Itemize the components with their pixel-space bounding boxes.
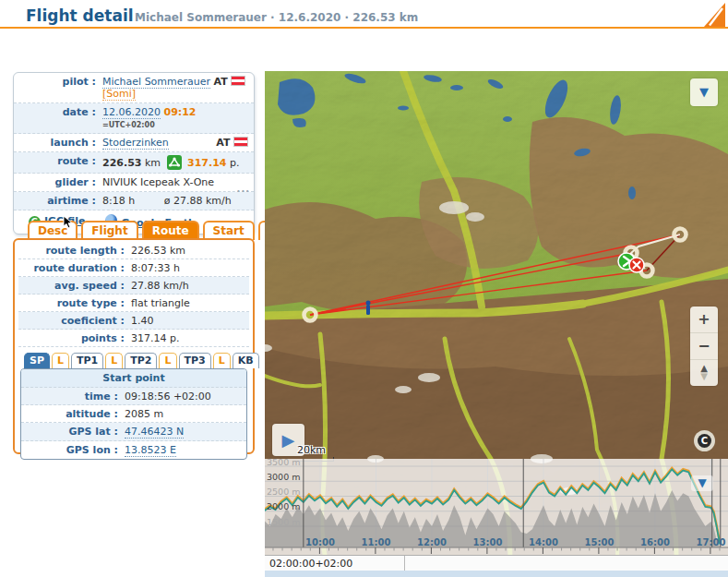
gps-lat-row: GPS lat : 47.46423 N bbox=[21, 423, 246, 441]
svg-text:16:00: 16:00 bbox=[640, 537, 670, 547]
launch-row: launch : Stoderzinken AT bbox=[14, 134, 254, 152]
date-link[interactable]: 12.06.2020 bbox=[102, 106, 161, 119]
avg-speed-label: avg. speed : bbox=[22, 280, 131, 292]
svg-text:10:00: 10:00 bbox=[305, 537, 335, 547]
tab-route[interactable]: Route bbox=[142, 221, 199, 240]
route-points-unit: p. bbox=[230, 157, 239, 169]
chart-dropdown-button[interactable]: ▼ bbox=[691, 475, 713, 491]
pilot-label: pilot : bbox=[18, 76, 102, 88]
route-distance: 226.53 bbox=[102, 157, 141, 169]
start-time-label: time : bbox=[25, 391, 125, 403]
svg-text:11:00: 11:00 bbox=[362, 537, 391, 547]
page-subtitle: Michael Sommerauer · 12.6.2020 · 226.53 … bbox=[135, 11, 418, 24]
copyright-button[interactable]: C bbox=[694, 430, 715, 451]
layer-dropdown-button[interactable]: ▼ bbox=[690, 78, 718, 106]
gps-lon-link[interactable]: 13.8523 E bbox=[125, 444, 176, 457]
gps-lon-row: GPS lon : 13.8523 E bbox=[21, 441, 246, 459]
subtab-tp3[interactable]: TP3 bbox=[179, 353, 211, 368]
svg-text:3500 m: 3500 m bbox=[267, 459, 300, 467]
coefficient-row: coeficient : 1.40 bbox=[18, 312, 249, 330]
play-icon: ▶ bbox=[282, 430, 295, 450]
route-label: route : bbox=[18, 155, 102, 167]
subtab-l2[interactable]: L bbox=[105, 353, 123, 368]
subtab-sp[interactable]: SP bbox=[24, 353, 50, 368]
page-header: Flight detail Michael Sommerauer · 12.6.… bbox=[0, 0, 728, 29]
avg-speed-row: avg. speed : 27.88 km/h bbox=[18, 277, 249, 295]
route-type-row: route type : flat triangle bbox=[18, 295, 249, 312]
copyright-icon: C bbox=[698, 434, 711, 448]
subtab-kb[interactable]: KB bbox=[233, 353, 259, 368]
svg-text:15:00: 15:00 bbox=[585, 537, 615, 547]
svg-text:12:00: 12:00 bbox=[417, 537, 447, 547]
svg-text:2500 m: 2500 m bbox=[267, 487, 300, 497]
route-duration-value: 8:07:33 h bbox=[131, 262, 180, 274]
svg-text:13:00: 13:00 bbox=[473, 537, 503, 547]
tab-flight[interactable]: Flight bbox=[81, 221, 137, 240]
coefficient-label: coeficient : bbox=[22, 315, 131, 327]
xcontest-logo-icon[interactable] bbox=[701, 3, 725, 27]
barogram-svg: 3500 m3000 m2500 m2000 m1500 m10:0011:00… bbox=[265, 459, 728, 555]
flight-detail-page: Flight detail Michael Sommerauer · 12.6.… bbox=[0, 0, 728, 577]
pan-toggle-button[interactable]: ▲ ▼ bbox=[690, 360, 718, 386]
points-value: 317.14 p. bbox=[131, 332, 179, 344]
subtab-l1[interactable]: L bbox=[52, 353, 69, 368]
points-label: points : bbox=[22, 332, 131, 344]
subtab-l3[interactable]: L bbox=[159, 353, 176, 368]
widget-footer-strip bbox=[265, 571, 728, 577]
avg-speed-value: 27.88 km/h bbox=[131, 280, 189, 292]
start-time-row: time : 09:18:56 +02:00 bbox=[21, 388, 246, 405]
waypoint-subtabs: SP L TP1 L TP2 L TP3 L KB bbox=[24, 353, 249, 368]
coefficient-value: 1.40 bbox=[131, 315, 154, 327]
austria-flag-icon bbox=[231, 76, 245, 86]
tab-start[interactable]: Start bbox=[203, 221, 255, 240]
svg-text:1500 m: 1500 m bbox=[267, 517, 300, 527]
subtab-l4[interactable]: L bbox=[213, 353, 231, 368]
glider-more-expander[interactable]: ... bbox=[237, 184, 250, 194]
start-altitude-row: altitude : 2085 m bbox=[21, 405, 246, 423]
gps-lat-link[interactable]: 47.46423 N bbox=[125, 426, 184, 439]
utc-offset: =UTC+02:00 bbox=[102, 121, 155, 129]
airtime-row: airtime : 8:18 h ø 27.88 km/h bbox=[14, 192, 254, 210]
launch-link[interactable]: Stoderzinken bbox=[102, 137, 169, 150]
date-row: date : 12.06.2020 09:12 =UTC+02:00 bbox=[14, 103, 254, 134]
pilot-position-marker[interactable] bbox=[366, 301, 371, 316]
chevron-down-icon: ▼ bbox=[699, 85, 709, 99]
launch-country: AT bbox=[216, 137, 230, 149]
avg-speed-value: ø 27.88 km/h bbox=[164, 195, 232, 207]
takeoff-time: 09:12 bbox=[163, 106, 196, 118]
barogram-chart[interactable]: 3500 m3000 m2500 m2000 m1500 m10:0011:00… bbox=[265, 459, 728, 555]
page-title: Flight detail bbox=[26, 6, 134, 25]
glider-row: glider : NIVIUK Icepeak X-One ... bbox=[14, 174, 254, 192]
start-altitude-value: 2085 m bbox=[125, 408, 163, 420]
map-scale-label: 20km bbox=[297, 444, 326, 456]
pilot-link[interactable]: Michael Sommerauer bbox=[102, 76, 210, 89]
zoom-out-button[interactable]: − bbox=[690, 333, 718, 360]
map-zoom-panel: + − ▲ ▼ bbox=[690, 307, 718, 386]
glider-label: glider : bbox=[18, 176, 102, 188]
flight-info-panel: pilot : Michael Sommerauer AT [Somi] dat… bbox=[13, 72, 255, 234]
glider-name: NIVIUK Icepeak X-One bbox=[102, 176, 214, 188]
route-duration-label: route duration : bbox=[22, 262, 131, 274]
subtab-tp2[interactable]: TP2 bbox=[125, 353, 157, 368]
points-row: points : 317.14 p. bbox=[18, 330, 249, 347]
route-tab-panel: route length : 226.53 km route duration … bbox=[13, 238, 255, 454]
svg-text:2000 m: 2000 m bbox=[267, 501, 300, 511]
date-label: date : bbox=[18, 106, 102, 118]
mouse-cursor bbox=[63, 215, 73, 232]
landing-marker[interactable] bbox=[629, 258, 644, 272]
route-points: 317.14 bbox=[187, 157, 226, 169]
map-widget[interactable]: ▼ + − ▲ ▼ ▶ 20km C 3500 m3000 m2500 m200… bbox=[265, 71, 728, 577]
airtime-value: 8:18 h bbox=[102, 195, 135, 207]
gps-lon-label: GPS lon : bbox=[25, 444, 125, 457]
flat-triangle-route-icon bbox=[167, 155, 182, 170]
start-point-box: Start point time : 09:18:56 +02:00 altit… bbox=[20, 368, 247, 460]
pilot-nickname-link[interactable]: [Somi] bbox=[102, 88, 136, 101]
triangle-down-icon: ▼ bbox=[690, 371, 718, 382]
route-length-value: 226.53 km bbox=[131, 245, 185, 257]
start-point-title: Start point bbox=[21, 369, 246, 388]
start-time-value: 09:18:56 +02:00 bbox=[125, 391, 211, 403]
austria-flag-icon bbox=[233, 137, 248, 147]
subtab-tp1[interactable]: TP1 bbox=[71, 353, 103, 368]
zoom-in-button[interactable]: + bbox=[690, 307, 718, 333]
route-distance-unit: km bbox=[145, 157, 161, 169]
